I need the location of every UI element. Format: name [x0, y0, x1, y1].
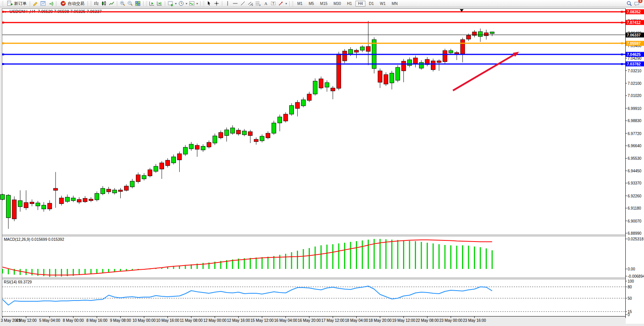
price-line-badge: 7.08352: [626, 10, 644, 14]
search-icon[interactable]: [625, 0, 633, 7]
line-chart-icon[interactable]: [108, 0, 115, 7]
time-axis-label: 12 May 00:00: [203, 318, 226, 323]
time-axis-label: 22 May 08:00: [416, 318, 439, 323]
chart-dropdown-icon[interactable]: ▼: [4, 10, 7, 14]
new-order-icon: [6, 0, 13, 7]
new-order-label: 新订单: [14, 1, 27, 6]
macd-label: MACD(12,26,9) 0.015699 0.015392: [4, 237, 64, 242]
rsi-axis-label: 80: [628, 285, 632, 289]
panel-separator[interactable]: [2, 236, 626, 236]
price-tick-label: 6.99910: [628, 106, 641, 110]
timeframe-w1[interactable]: W1: [377, 1, 388, 6]
price-line-badge: 7.06337: [626, 32, 644, 37]
svg-text:A: A: [265, 1, 268, 6]
time-axis-label: 23 May 16:00: [463, 318, 486, 323]
timeframe-h4[interactable]: H4: [355, 1, 366, 6]
period-clock-icon[interactable]: [177, 0, 185, 7]
period-caret[interactable]: ▼: [185, 2, 188, 5]
price-tick-label: 6.97720: [628, 131, 641, 135]
time-axis-label: 10 May 16:00: [156, 318, 179, 323]
price-tick-label: 7.02100: [628, 81, 641, 85]
text-icon[interactable]: A: [262, 0, 269, 7]
arrows-caret[interactable]: ▼: [285, 2, 288, 5]
rsi-label: RSI(14) 69.3729: [4, 280, 32, 284]
time-axis-label: 11 May 08:00: [180, 318, 203, 323]
chat-icon[interactable]: 1: [633, 0, 641, 7]
candle-chart-icon[interactable]: [100, 0, 108, 7]
crayon-icon[interactable]: [32, 0, 39, 7]
toolbar: 新订单 自动交易: [0, 0, 644, 7]
time-axis-label: 5 May 04:00: [39, 318, 60, 323]
chart-plot-area[interactable]: [2, 8, 626, 316]
new-order-button[interactable]: 新订单: [4, 0, 28, 7]
chart-window-icon[interactable]: [39, 0, 47, 7]
cursor-icon[interactable]: [205, 0, 213, 7]
text-label-icon[interactable]: T: [269, 0, 277, 7]
panel-separator[interactable]: [2, 279, 626, 279]
auto-trading-button[interactable]: 自动交易: [58, 0, 86, 7]
zoom-in-icon[interactable]: [119, 0, 126, 7]
time-axis-label: 16 May 04:00: [274, 318, 297, 323]
timeframe-d1[interactable]: D1: [366, 1, 376, 6]
timeframe-m5[interactable]: M5: [306, 1, 317, 6]
panel-separator[interactable]: [2, 235, 626, 235]
window-bottom-edge: [0, 324, 644, 326]
price-line-badge: 7.07412: [626, 20, 644, 25]
price-tick-label: 6.94450: [628, 169, 641, 173]
time-axis-label: 12 May 16:00: [227, 318, 250, 323]
timeframe-buttons: M1M5M15M30H1H4D1W1MN: [294, 0, 401, 7]
price-tick-label: 6.92260: [628, 194, 641, 198]
time-axis-label: 8 May 00:00: [63, 318, 84, 323]
arrows-icon[interactable]: [277, 0, 285, 7]
timeframe-m1[interactable]: M1: [295, 1, 305, 6]
svg-text:T: T: [273, 2, 275, 5]
price-line-badge: 7.04625: [626, 52, 644, 57]
crosshair-icon[interactable]: [213, 0, 220, 7]
bar-chart-icon[interactable]: [92, 0, 100, 7]
rsi-axis-label: 100: [628, 279, 634, 283]
price-tick-label: 6.93370: [628, 181, 641, 185]
chart-ohlc: 7.06520 7.06598 7.06325 7.06337: [38, 9, 102, 14]
rsi-axis-label: 50: [628, 296, 632, 301]
horizontal-line-icon[interactable]: [231, 0, 239, 7]
svg-text:F: F: [260, 4, 261, 6]
price-tick-label: 6.98830: [628, 119, 641, 123]
timeframe-h1[interactable]: H1: [344, 1, 355, 6]
timeframe-mn[interactable]: MN: [389, 1, 400, 6]
zoom-out-icon[interactable]: [126, 0, 134, 7]
price-tick-label: 6.90070: [628, 219, 641, 223]
chart-shift-icon[interactable]: [148, 0, 156, 7]
price-tick-label: 7.03210: [628, 68, 641, 73]
macd-axis-label: 0.00: [628, 267, 635, 271]
price-line-badge: 7.05597: [626, 41, 644, 46]
tile-windows-icon[interactable]: [134, 0, 142, 7]
vertical-line-icon[interactable]: [224, 0, 231, 7]
time-axis-label: 23 May 00:00: [439, 318, 462, 323]
time-axis-label: 8 May 16:00: [86, 318, 107, 323]
panel-separator[interactable]: [2, 278, 626, 278]
new-chart-icon[interactable]: [167, 0, 174, 7]
timeframe-m30[interactable]: M30: [331, 1, 343, 6]
signal-icon[interactable]: [47, 0, 54, 7]
macd-axis-label: -0.006894: [628, 274, 644, 278]
fibonacci-icon[interactable]: F: [254, 0, 262, 7]
auto-trading-icon: [59, 0, 67, 7]
time-axis-label: 15 May 12:00: [250, 318, 274, 323]
notification-badge: 1: [638, 0, 642, 3]
time-axis-label: 16 May 20:00: [298, 318, 321, 323]
trendline-icon[interactable]: [239, 0, 247, 7]
time-axis-label: 18 May 04:00: [345, 318, 368, 323]
indicators-caret[interactable]: ▼: [196, 2, 199, 5]
time-axis-label: 18 May 20:00: [368, 318, 392, 323]
auto-trading-label: 自动交易: [68, 1, 84, 6]
chart-autoscroll-icon[interactable]: [156, 0, 163, 7]
timeframe-m15[interactable]: M15: [317, 1, 330, 6]
chart-symbol: USDCNH-,H4: [10, 9, 35, 14]
equidistant-channel-icon[interactable]: E: [247, 0, 254, 7]
indicators-icon[interactable]: [188, 0, 196, 7]
rsi-axis-label: 0: [628, 313, 630, 317]
chart-title: ▼ USDCNH-,H4 7.06520 7.06598 7.06325 7.0…: [4, 9, 102, 14]
time-axis-label: 10 May 00:00: [132, 318, 156, 323]
toolbar-grip: [2, 1, 3, 6]
new-chart-caret[interactable]: ▼: [174, 2, 177, 5]
